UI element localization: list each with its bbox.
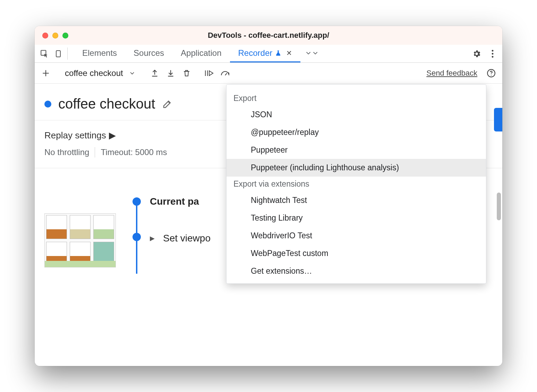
step-set-viewport-label: Set viewpo <box>163 233 211 244</box>
recorder-toolbar: coffee checkout Send feedback <box>35 63 502 84</box>
more-tabs-button[interactable] <box>300 45 323 62</box>
delete-icon[interactable] <box>180 66 194 80</box>
performance-icon[interactable] <box>218 66 232 80</box>
edit-name-icon[interactable] <box>162 99 172 109</box>
tab-sources[interactable]: Sources <box>125 45 172 62</box>
export-icon[interactable] <box>148 66 162 80</box>
devtools-tabs: Elements Sources Application Recorder ✕ <box>74 45 470 62</box>
replay-settings-label: Replay settings <box>44 130 106 141</box>
tab-elements[interactable]: Elements <box>74 45 125 62</box>
help-icon[interactable] <box>484 66 498 80</box>
devtools-tabstrip: Elements Sources Application Recorder ✕ <box>35 45 502 63</box>
tab-sources-label: Sources <box>134 48 164 58</box>
svg-rect-1 <box>56 51 60 57</box>
device-toolbar-icon[interactable] <box>51 45 65 62</box>
recording-select[interactable]: coffee checkout <box>61 68 139 78</box>
export-group-label: Export <box>227 91 486 106</box>
svg-point-6 <box>491 75 492 75</box>
scrollbar-thumb[interactable] <box>497 193 501 220</box>
export-item-puppeteer-replay[interactable]: @puppeteer/replay <box>227 123 486 141</box>
tab-application[interactable]: Application <box>172 45 230 62</box>
window-title: DevTools - coffee-cart.netlify.app/ <box>35 31 502 40</box>
export-item-get-extensions[interactable]: Get extensions… <box>227 262 486 280</box>
step-play-icon[interactable] <box>202 66 216 80</box>
timeout-value: Timeout: 5000 ms <box>101 147 167 157</box>
fullscreen-window-button[interactable] <box>62 33 68 39</box>
settings-gear-icon[interactable] <box>470 49 484 58</box>
new-recording-icon[interactable] <box>39 66 53 80</box>
recording-name: coffee checkout <box>58 96 155 112</box>
replay-button[interactable] <box>494 108 502 131</box>
export-item-puppeteer[interactable]: Puppeteer <box>227 141 486 159</box>
send-feedback-link[interactable]: Send feedback <box>426 69 477 78</box>
tab-recorder[interactable]: Recorder ✕ <box>230 45 301 62</box>
active-recording-indicator <box>44 101 51 108</box>
tab-recorder-label: Recorder <box>238 48 273 58</box>
svg-point-2 <box>492 50 494 51</box>
export-item-nightwatch[interactable]: Nightwatch Test <box>227 191 486 209</box>
export-item-json[interactable]: JSON <box>227 106 486 123</box>
experiment-flask-icon <box>275 50 281 56</box>
export-item-webpagetest[interactable]: WebPageTest custom <box>227 245 486 262</box>
tab-elements-label: Elements <box>82 48 117 58</box>
export-item-puppeteer-lighthouse[interactable]: Puppeteer (including Lighthouse analysis… <box>227 159 486 177</box>
export-item-webdriverio[interactable]: WebdriverIO Test <box>227 227 486 245</box>
mac-titlebar: DevTools - coffee-cart.netlify.app/ <box>35 26 502 45</box>
traffic-lights <box>35 33 68 39</box>
more-menu-icon[interactable] <box>486 49 500 58</box>
inspect-icon[interactable] <box>37 45 51 62</box>
chevron-right-icon: ▶ <box>150 235 155 242</box>
timeline-dot <box>133 233 141 241</box>
svg-point-4 <box>492 56 494 58</box>
minimize-window-button[interactable] <box>52 33 58 39</box>
throttling-value: No throttling <box>44 147 89 157</box>
close-window-button[interactable] <box>42 33 48 39</box>
recording-select-label: coffee checkout <box>65 68 123 78</box>
export-menu: Export JSON @puppeteer/replay Puppeteer … <box>226 84 486 284</box>
divider <box>67 48 68 60</box>
devtools-window: DevTools - coffee-cart.netlify.app/ Elem… <box>35 26 502 366</box>
export-item-testing-library[interactable]: Testing Library <box>227 209 486 227</box>
export-via-extensions-label: Export via extensions <box>227 177 486 191</box>
tab-application-label: Application <box>181 48 221 58</box>
chevron-right-icon: ▶ <box>109 130 116 141</box>
close-tab-icon[interactable]: ✕ <box>286 49 292 57</box>
page-thumbnail <box>44 213 116 267</box>
step-current-page-label: Current pa <box>150 196 199 207</box>
svg-point-3 <box>492 53 494 54</box>
import-icon[interactable] <box>164 66 178 80</box>
divider <box>95 147 95 157</box>
chevron-down-icon <box>129 70 136 77</box>
